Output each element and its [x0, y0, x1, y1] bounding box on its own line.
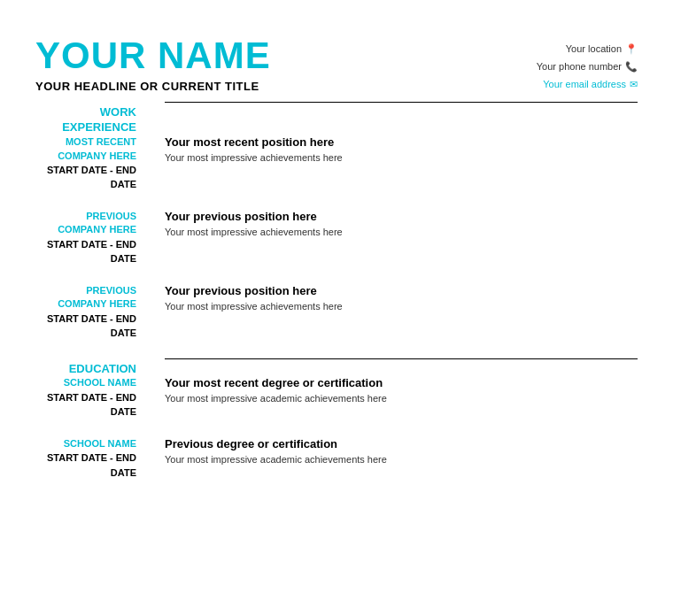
resume-headline: YOUR HEADLINE OR CURRENT TITLE	[35, 80, 271, 93]
company-2-name: PREVIOUS COMPANY HERE	[35, 210, 136, 237]
work-experience-sidebar-title: WORK EXPERIENCE	[35, 102, 151, 135]
position-2-title: Your previous position here	[165, 210, 638, 223]
work-entry-3-content: Your previous position here Your most im…	[151, 284, 638, 341]
work-entry-2-content: Your previous position here Your most im…	[151, 210, 638, 266]
email-line: Your email address ✉	[537, 76, 638, 94]
header: YOUR NAME YOUR HEADLINE OR CURRENT TITLE…	[35, 35, 638, 93]
education-entry-2-date: START DATE - END DATE	[35, 450, 136, 480]
work-entry-3: PREVIOUS COMPANY HERE START DATE - END D…	[35, 284, 638, 341]
position-3-achievement: Your most impressive achievements here	[165, 301, 638, 312]
resume-name: YOUR NAME	[35, 35, 271, 76]
education-entry-2-content: Previous degree or certification Your mo…	[151, 437, 638, 480]
phone-line: Your phone number 📞	[537, 58, 638, 76]
location-label: Your location	[566, 41, 622, 58]
education-entry-1-date: START DATE - END DATE	[35, 390, 136, 420]
degree-1-title: Your most recent degree or certification	[165, 376, 638, 389]
phone-label: Your phone number	[537, 58, 622, 76]
work-entry-1: MOST RECENT COMPANY HERE START DATE - EN…	[35, 135, 638, 192]
work-experience-divider	[165, 102, 638, 103]
location-line: Your location 📍	[537, 41, 638, 58]
email-icon: ✉	[630, 76, 638, 94]
position-2-achievement: Your most impressive achievements here	[165, 227, 638, 237]
resume-page: YOUR NAME YOUR HEADLINE OR CURRENT TITLE…	[0, 0, 673, 616]
phone-icon: 📞	[625, 58, 638, 76]
school-1-name: SCHOOL NAME	[35, 376, 136, 389]
work-entry-2: PREVIOUS COMPANY HERE START DATE - END D…	[35, 210, 638, 266]
position-1-title: Your most recent position here	[165, 135, 638, 149]
school-2-name: SCHOOL NAME	[35, 437, 136, 450]
degree-2-achievement: Your most impressive academic achievemen…	[165, 454, 638, 465]
education-section-header: EDUCATION	[35, 358, 638, 377]
contact-info: Your location 📍 Your phone number 📞 Your…	[537, 35, 638, 93]
work-entry-3-date: START DATE - END DATE	[35, 312, 136, 341]
education-entry-2-sidebar: SCHOOL NAME START DATE - END DATE	[35, 437, 151, 480]
company-1-name: MOST RECENT COMPANY HERE	[35, 135, 136, 163]
work-entry-3-sidebar: PREVIOUS COMPANY HERE START DATE - END D…	[35, 284, 151, 341]
work-experience-section-header: WORK EXPERIENCE	[35, 102, 638, 135]
work-entry-1-date: START DATE - END DATE	[35, 163, 136, 192]
work-experience-divider-container	[151, 102, 638, 135]
education-divider	[165, 358, 638, 359]
work-experience-title: WORK EXPERIENCE	[35, 105, 136, 135]
position-1-achievement: Your most impressive achievements here	[165, 152, 638, 163]
education-sidebar-title: EDUCATION	[35, 358, 151, 377]
header-left: YOUR NAME YOUR HEADLINE OR CURRENT TITLE	[35, 35, 271, 93]
work-entry-1-sidebar: MOST RECENT COMPANY HERE START DATE - EN…	[35, 135, 151, 192]
email-label: Your email address	[543, 76, 626, 94]
work-entry-2-sidebar: PREVIOUS COMPANY HERE START DATE - END D…	[35, 210, 151, 266]
company-3-name: PREVIOUS COMPANY HERE	[35, 284, 136, 312]
education-divider-container	[151, 358, 638, 377]
work-entry-1-content: Your most recent position here Your most…	[151, 135, 638, 192]
education-entry-1: SCHOOL NAME START DATE - END DATE Your m…	[35, 376, 638, 419]
education-entry-2: SCHOOL NAME START DATE - END DATE Previo…	[35, 437, 638, 480]
degree-2-title: Previous degree or certification	[165, 437, 638, 450]
education-entry-1-content: Your most recent degree or certification…	[151, 376, 638, 419]
work-entry-2-date: START DATE - END DATE	[35, 237, 136, 266]
position-3-title: Your previous position here	[165, 284, 638, 297]
degree-1-achievement: Your most impressive academic achievemen…	[165, 393, 638, 404]
education-entry-1-sidebar: SCHOOL NAME START DATE - END DATE	[35, 376, 151, 419]
education-title: EDUCATION	[35, 362, 136, 377]
location-icon: 📍	[625, 41, 638, 58]
